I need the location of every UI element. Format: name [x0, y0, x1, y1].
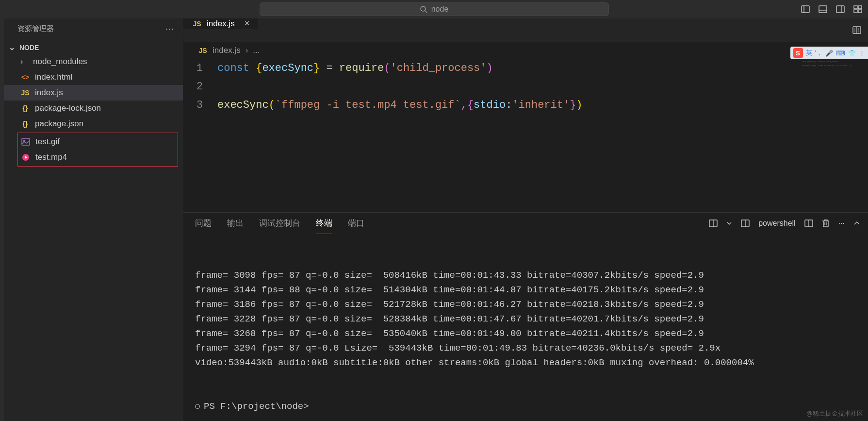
minimap[interactable]: const {execSync} = require('child_proces…	[800, 59, 868, 212]
breadcrumb-rest: ...	[253, 46, 260, 55]
panel-more-icon[interactable]: ···	[838, 219, 845, 228]
svg-point-0	[421, 6, 426, 11]
split-terminal-icon[interactable]	[709, 219, 718, 228]
ime-lang-label: 英	[806, 49, 812, 57]
editor-tab-index-js[interactable]: JSindex.js×	[183, 18, 259, 29]
terminal-dropdown-icon[interactable]	[726, 220, 732, 226]
svg-rect-8	[854, 6, 857, 9]
json-file-icon: {}	[20, 120, 30, 128]
minimap-content: const {execSync} = require('child_proces…	[800, 59, 868, 69]
layout-bottom-icon[interactable]	[819, 5, 827, 14]
terminal-shell-label[interactable]: powershell	[758, 219, 795, 228]
line-number: 3	[183, 96, 203, 115]
file-label: package-lock.json	[35, 103, 101, 113]
bottom-panel: 问题输出调试控制台终端端口 powershell ··· frame= 3098…	[183, 212, 868, 421]
search-icon	[420, 5, 427, 13]
root-folder-name: NODE	[19, 44, 39, 51]
ime-more-icon[interactable]: ⋮	[859, 50, 865, 57]
panel-tab-调试控制台[interactable]: 调试控制台	[259, 213, 300, 234]
tabs-bar: JSindex.js×	[183, 18, 868, 42]
panel-actions: powershell ···	[709, 219, 860, 228]
highlighted-files-group: test.giftest.mp4	[17, 133, 178, 167]
file-item-package-json[interactable]: {}package.json	[4, 116, 183, 132]
tab-label: index.js	[207, 19, 235, 29]
svg-rect-6	[836, 6, 844, 13]
close-tab-icon[interactable]: ×	[245, 18, 250, 29]
panel-tab-端口[interactable]: 端口	[348, 213, 364, 234]
image-file-icon	[21, 137, 31, 146]
panel-tabs: 问题输出调试控制台终端端口 powershell ···	[183, 213, 868, 234]
ime-separator: '，	[815, 49, 822, 57]
panel-tab-问题[interactable]: 问题	[195, 213, 212, 234]
chevron-right-icon: ›	[20, 57, 28, 66]
js-file-icon: JS	[192, 20, 202, 28]
file-label: index.html	[35, 72, 72, 82]
svg-rect-10	[854, 10, 857, 13]
panel-tab-终端[interactable]: 终端	[316, 213, 332, 234]
ime-logo-icon: S	[793, 48, 803, 58]
terminal-line: frame= 3098 fps= 87 q=-0.0 size= 508416k…	[195, 268, 856, 283]
watermark: @稀土掘金技术社区	[806, 409, 863, 418]
sidebar-explorer: 资源管理器 ··· ⌄ NODE ›node_modules<>index.ht…	[4, 18, 183, 421]
file-item-test-mp4[interactable]: test.mp4	[18, 150, 178, 165]
svg-rect-11	[858, 10, 862, 13]
terminal-line: video:539443kB audio:0kB subtitle:0kB ot…	[195, 355, 856, 370]
layout-right-icon[interactable]	[836, 5, 845, 14]
file-item-index-html[interactable]: <>index.html	[4, 69, 183, 85]
file-item-node_modules[interactable]: ›node_modules	[4, 54, 183, 69]
code-line[interactable]: const {execSync} = require('child_proces…	[217, 59, 868, 78]
sidebar-header: 资源管理器 ···	[4, 18, 183, 39]
code-editor[interactable]: 123 const {execSync} = require('child_pr…	[183, 59, 868, 212]
prompt-indicator-icon	[195, 404, 200, 409]
json-file-icon: {}	[20, 104, 30, 112]
terminal-prompt: PS F:\project\node>	[204, 399, 309, 414]
terminal-prompt-line[interactable]: PS F:\project\node>	[195, 399, 856, 414]
layout-grid-icon[interactable]	[853, 5, 862, 14]
split-editor-icon[interactable]	[852, 26, 861, 34]
html-file-icon: <>	[20, 73, 30, 81]
kill-terminal-icon[interactable]	[822, 219, 830, 228]
ime-keyboard-icon[interactable]: ⌨	[836, 50, 845, 57]
new-terminal-icon[interactable]	[804, 219, 813, 228]
js-file-icon: JS	[20, 89, 30, 97]
line-number: 2	[183, 78, 203, 96]
terminal-line: frame= 3228 fps= 87 q=-0.0 size= 528384k…	[195, 312, 856, 326]
file-label: node_modules	[33, 57, 87, 67]
layout-left-icon[interactable]	[801, 5, 810, 14]
terminal-profile-icon[interactable]	[741, 219, 750, 228]
svg-rect-9	[858, 6, 862, 9]
sidebar-more-icon[interactable]: ···	[165, 24, 174, 34]
file-item-test-gif[interactable]: test.gif	[18, 134, 178, 150]
svg-point-13	[24, 140, 25, 142]
activity-bar	[0, 18, 4, 421]
file-item-package-lock-json[interactable]: {}package-lock.json	[4, 101, 183, 116]
tab-actions	[852, 18, 861, 42]
code-content[interactable]: const {execSync} = require('child_proces…	[217, 59, 868, 212]
terminal-output[interactable]: frame= 3098 fps= 87 q=-0.0 size= 508416k…	[183, 234, 868, 421]
terminal-line: frame= 3144 fps= 88 q=-0.0 size= 514304k…	[195, 283, 856, 297]
terminal-line: frame= 3294 fps= 87 q=-0.0 Lsize= 539443…	[195, 341, 856, 355]
line-number: 1	[183, 59, 203, 78]
ime-mic-icon[interactable]: 🎤	[825, 50, 833, 57]
video-file-icon	[21, 153, 31, 162]
svg-rect-4	[819, 6, 827, 13]
search-text: node	[431, 5, 449, 14]
file-item-index-js[interactable]: JSindex.js	[4, 85, 183, 101]
command-center-search[interactable]: node	[260, 2, 609, 16]
line-number-gutter: 123	[183, 59, 217, 212]
titlebar: node	[0, 0, 868, 18]
breadcrumb-file: index.js	[213, 46, 241, 55]
code-line[interactable]: execSync(`ffmpeg -i test.mp4 test.gif`,{…	[217, 96, 868, 115]
ime-skin-icon[interactable]: 👕	[848, 50, 856, 57]
panel-tab-输出[interactable]: 输出	[227, 213, 244, 234]
explorer-root-folder[interactable]: ⌄ NODE	[4, 41, 183, 54]
ime-indicator[interactable]: S 英 '， 🎤 ⌨ 👕 ⋮	[790, 47, 868, 59]
maximize-panel-icon[interactable]	[853, 220, 860, 227]
file-label: package.json	[35, 119, 83, 129]
file-label: test.mp4	[35, 152, 67, 162]
editor-area: JSindex.js× JS index.js › ... 123 const …	[183, 18, 868, 421]
file-label: index.js	[35, 88, 63, 98]
svg-rect-2	[802, 6, 809, 13]
code-line[interactable]	[217, 78, 868, 96]
breadcrumbs[interactable]: JS index.js › ...	[183, 42, 868, 59]
